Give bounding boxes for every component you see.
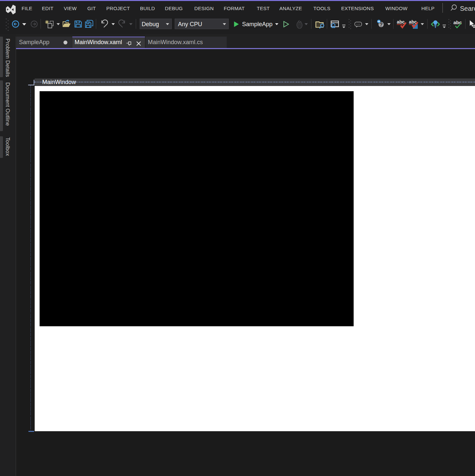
- svg-text:abc: abc: [397, 19, 405, 25]
- svg-text:?: ?: [379, 22, 383, 27]
- svg-text:abc: abc: [453, 20, 462, 25]
